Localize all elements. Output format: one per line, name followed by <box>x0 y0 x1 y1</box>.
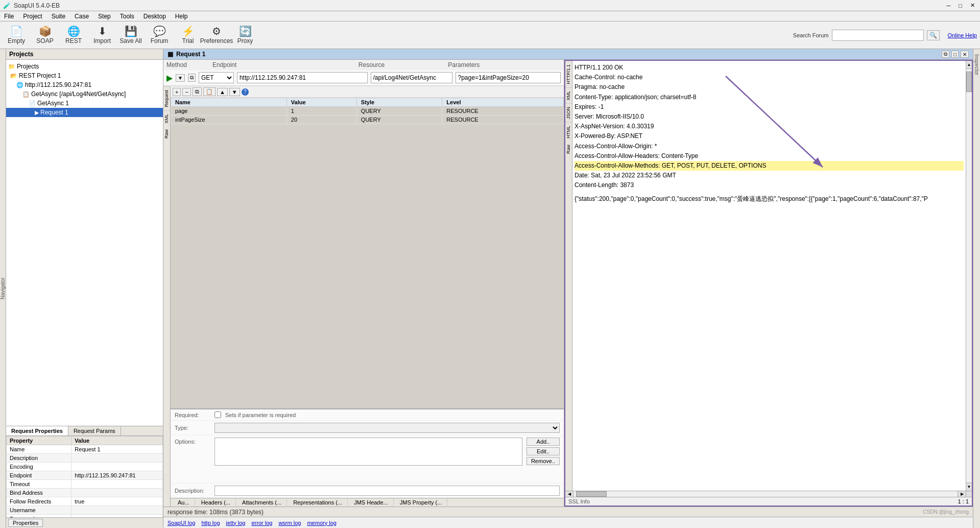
properties-footer-btn[interactable]: Properties <box>8 519 43 527</box>
prop-username-label: Username <box>7 506 71 515</box>
empty-button[interactable]: 📄 Empty <box>3 23 30 48</box>
prop-name-value[interactable]: Request 1 <box>71 445 163 454</box>
response-vscrollbar[interactable]: ▲ ▼ <box>966 61 972 491</box>
log-tab-http[interactable]: http log <box>201 520 220 526</box>
proxy-button[interactable]: 🔄 Proxy <box>232 23 258 48</box>
param-name-intpagesize[interactable]: intPageSize <box>171 116 287 124</box>
resource-field-label: Resource <box>358 61 443 68</box>
edit-option-button[interactable]: Edit.. <box>527 447 560 455</box>
tab-request-properties[interactable]: Request Properties <box>6 426 68 435</box>
params-input[interactable] <box>456 72 561 83</box>
tree-item-endpoint[interactable]: 🌐 http://112.125.90.247:81 <box>6 80 163 89</box>
tab-attachments[interactable]: Attachments (... <box>237 498 287 507</box>
prop-endpoint-value[interactable]: http://112.125.90.247:81 <box>71 471 163 480</box>
param-up-button[interactable]: ▲ <box>217 88 228 96</box>
close-button[interactable]: ✕ <box>968 2 977 9</box>
response-hscrollbar[interactable]: ◀ ▶ <box>565 491 972 497</box>
tree-item-rest-project[interactable]: 📂 REST Project 1 <box>6 71 163 80</box>
param-info-button[interactable]: ? <box>242 88 249 96</box>
log-tab-wsrm[interactable]: wsrm log <box>278 520 301 526</box>
add-option-button[interactable]: Add.. <box>527 438 560 446</box>
menu-tools[interactable]: Tools <box>118 13 136 20</box>
param-down-button[interactable]: ▼ <box>229 88 240 96</box>
import-param-button[interactable]: 📋 <box>203 87 216 96</box>
online-help-button[interactable]: Online Help <box>948 32 977 38</box>
rest-button[interactable]: 🌐 REST <box>60 23 87 48</box>
menu-step[interactable]: Step <box>96 13 113 20</box>
tab-jms-property[interactable]: JMS Property (... <box>395 498 448 507</box>
request1-label: Request 1 <box>40 109 68 116</box>
search-icon-button[interactable]: 🔍 <box>927 30 940 40</box>
response-scroll-corner[interactable] <box>966 491 972 497</box>
response-line-5: Expires: -1 <box>575 102 964 112</box>
trial-button[interactable]: ⚡ Trial <box>175 23 201 48</box>
param-style-query[interactable]: QUERY <box>356 107 442 116</box>
prop-timeout-value[interactable] <box>71 480 163 489</box>
menu-bar: File Project Suite Case Step Tools Deskt… <box>0 11 980 21</box>
remove-option-button[interactable]: Remove.. <box>527 457 560 465</box>
log-tab-memory[interactable]: memory log <box>307 520 336 526</box>
minimize-button[interactable]: ─ <box>945 2 953 9</box>
clone-param-button[interactable]: ⧉ <box>193 87 202 96</box>
resource-input[interactable] <box>371 72 452 83</box>
request-float-button[interactable]: ⧉ <box>942 51 949 58</box>
menu-help[interactable]: Help <box>173 13 190 20</box>
options-textarea[interactable] <box>214 438 522 466</box>
param-style-query2[interactable]: QUERY <box>356 116 442 124</box>
tree-item-getasync-resource[interactable]: 📋 GetAsync [/api/Log4Net/GetAsync] <box>6 89 163 99</box>
response-side-tab-xml[interactable]: XML <box>565 87 572 104</box>
param-name-page[interactable]: page <box>171 107 287 116</box>
tree-item-getasync-method[interactable]: 📄 GetAsync 1 <box>6 99 163 108</box>
menu-desktop[interactable]: Desktop <box>141 13 168 20</box>
request-options-button[interactable]: ▼ <box>176 74 185 82</box>
response-side-tab-html[interactable]: HTML <box>565 122 572 142</box>
soap-button[interactable]: 📦 SOAP <box>32 23 58 48</box>
response-side-tab-http[interactable]: HTTP/1.1 <box>565 61 572 87</box>
param-level-resource2[interactable]: RESOURCE <box>442 116 564 124</box>
request-side-tab-raw[interactable]: Raw <box>163 126 170 142</box>
log-tab-error[interactable]: error log <box>251 520 272 526</box>
tab-headers[interactable]: Headers (... <box>196 498 236 507</box>
prop-follow-redirects-value[interactable]: true <box>71 497 163 506</box>
tab-request-params[interactable]: Request Params <box>68 426 121 435</box>
response-side-tab-json[interactable]: JSON <box>565 103 572 122</box>
menu-suite[interactable]: Suite <box>50 13 67 20</box>
forum-button[interactable]: 💬 Forum <box>146 23 173 48</box>
param-value-20[interactable]: 20 <box>286 116 356 124</box>
maximize-button[interactable]: □ <box>957 2 964 9</box>
tree-item-request1[interactable]: ▶ Request 1 <box>6 108 163 117</box>
save-all-button[interactable]: 💾 Save All <box>117 23 144 48</box>
prop-desc-value[interactable] <box>71 454 163 463</box>
remove-param-button[interactable]: − <box>182 88 190 96</box>
request-side-tab-request[interactable]: Request <box>163 86 170 110</box>
endpoint-input[interactable] <box>237 72 368 83</box>
request-close-button[interactable]: ✕ <box>961 51 969 58</box>
search-forum-input[interactable] <box>832 30 924 41</box>
log-tab-soapui[interactable]: SoapUI log <box>168 520 195 526</box>
log-tab-jetty[interactable]: jetty log <box>226 520 246 526</box>
tab-jms-headers[interactable]: JMS Heade... <box>349 498 394 507</box>
prop-encoding-value[interactable] <box>71 463 163 471</box>
run-request-button[interactable]: ▶ <box>166 73 173 83</box>
menu-case[interactable]: Case <box>73 13 91 20</box>
prop-username-value[interactable] <box>71 506 163 515</box>
tab-auth[interactable]: Au... <box>173 498 195 507</box>
request-clone-button[interactable]: ⧉ <box>188 74 196 82</box>
menu-file[interactable]: File <box>2 13 16 20</box>
param-level-resource[interactable]: RESOURCE <box>442 107 564 116</box>
description-input[interactable] <box>214 486 560 496</box>
import-button[interactable]: ⬇ Import <box>89 23 115 48</box>
prop-bind-addr-value[interactable] <box>71 489 163 497</box>
type-select[interactable] <box>214 423 560 433</box>
tree-item-projects[interactable]: 📁 Projects <box>6 62 163 71</box>
required-checkbox[interactable] <box>214 411 221 418</box>
preferences-button[interactable]: ⚙ Preferences <box>203 23 230 48</box>
method-select[interactable]: GET POST PUT DELETE <box>199 72 234 83</box>
request-maximize-button[interactable]: □ <box>951 51 959 58</box>
request-side-tab-xml[interactable]: XML <box>163 110 170 127</box>
response-side-tab-raw[interactable]: Raw <box>565 142 572 157</box>
menu-project[interactable]: Project <box>21 13 44 20</box>
param-value-1[interactable]: 1 <box>286 107 356 116</box>
tab-representations[interactable]: Representations (... <box>288 498 348 507</box>
add-param-button[interactable]: + <box>173 88 181 96</box>
